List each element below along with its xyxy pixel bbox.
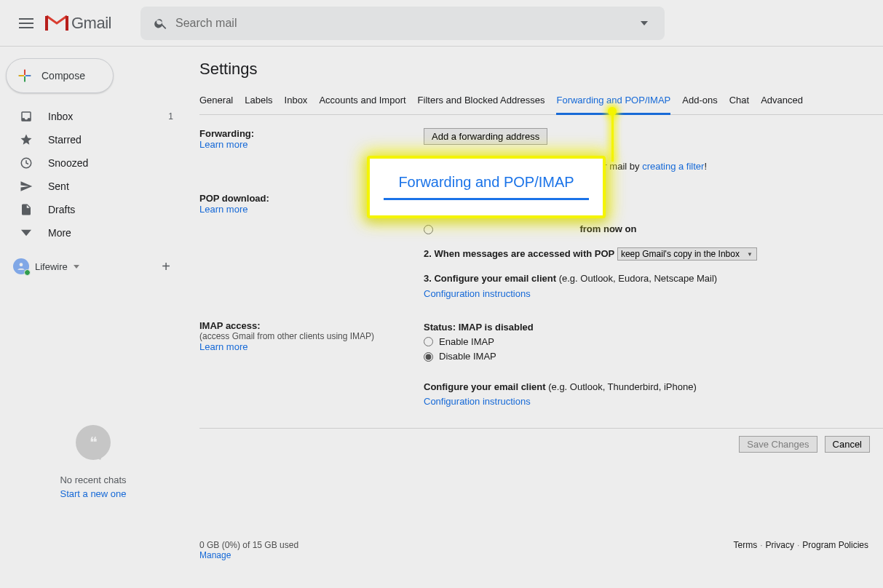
compose-plus-icon	[17, 68, 33, 84]
star-icon	[19, 132, 33, 147]
svg-rect-2	[24, 76, 25, 82]
hangouts-icon: ❝	[76, 425, 111, 460]
tab-inbox[interactable]: Inbox	[285, 90, 308, 114]
sidebar-item-drafts[interactable]: Drafts	[0, 198, 186, 221]
pop-from-now-on-text: from now on	[579, 222, 636, 237]
sidebar-item-label: Inbox	[48, 111, 73, 122]
tab-addons[interactable]: Add-ons	[682, 90, 717, 114]
sidebar-item-label: Snoozed	[48, 157, 88, 169]
sidebar-item-sent[interactable]: Sent	[0, 175, 186, 198]
forwarding-learn-more-link[interactable]: Learn more	[199, 139, 248, 150]
search-icon	[146, 16, 175, 31]
imap-disable-radio[interactable]	[424, 352, 433, 362]
pop-enable-from-now-radio[interactable]	[424, 225, 433, 234]
imap-status-label: Status:	[424, 322, 459, 333]
sidebar-item-label: Starred	[48, 134, 82, 146]
start-chat-link[interactable]: Start a new one	[0, 488, 186, 499]
imap-status-value: IMAP is disabled	[459, 322, 534, 333]
sidebar-item-snoozed[interactable]: Snoozed	[0, 151, 186, 175]
gmail-logo-icon	[45, 15, 68, 32]
file-icon	[19, 202, 33, 217]
imap-configure-label: Configure your email client	[424, 381, 546, 392]
imap-enable-label: Enable IMAP	[439, 335, 494, 349]
tab-chat[interactable]: Chat	[729, 90, 749, 114]
pop-step3-note: (e.g. Outlook, Eudora, Netscape Mail)	[556, 273, 717, 284]
gmail-logo-text: Gmail	[71, 14, 111, 33]
hangouts-account-row[interactable]: Lifewire +	[0, 253, 186, 279]
callout-text: Forwarding and POP/IMAP	[384, 174, 589, 200]
menu-icon	[19, 18, 33, 28]
compose-label: Compose	[41, 70, 85, 82]
sidebar-item-label: More	[48, 227, 71, 239]
imap-disable-label: Disable IMAP	[439, 349, 496, 364]
new-chat-button[interactable]: +	[162, 258, 170, 275]
svg-point-5	[20, 263, 23, 266]
page-title: Settings	[199, 60, 883, 79]
save-changes-button[interactable]: Save Changes	[739, 436, 817, 453]
cancel-button[interactable]: Cancel	[825, 436, 870, 453]
sidebar-item-starred[interactable]: Starred	[0, 128, 186, 151]
send-icon	[19, 179, 33, 194]
sidebar-item-label: Drafts	[48, 204, 75, 215]
svg-rect-0	[24, 70, 25, 75]
svg-rect-1	[25, 75, 31, 76]
hangouts-account-label: Lifewire	[35, 261, 68, 272]
avatar	[13, 258, 29, 274]
terms-link[interactable]: Terms	[734, 540, 758, 550]
search-bar[interactable]	[140, 7, 665, 40]
tab-filters[interactable]: Filters and Blocked Addresses	[418, 90, 545, 114]
inbox-icon	[19, 109, 33, 124]
sidebar-item-label: Sent	[48, 180, 69, 192]
imap-config-instructions-link[interactable]: Configuration instructions	[424, 396, 531, 407]
callout-connector-line	[611, 109, 614, 162]
no-chats-text: No recent chats	[0, 474, 186, 485]
imap-enable-radio[interactable]	[424, 337, 433, 346]
settings-tabs: General Labels Inbox Accounts and Import…	[199, 90, 883, 115]
imap-configure-note: (e.g. Outlook, Thunderbird, iPhone)	[546, 381, 697, 392]
tab-advanced[interactable]: Advanced	[761, 90, 803, 114]
tab-general[interactable]: General	[199, 90, 233, 114]
search-input[interactable]	[175, 17, 630, 30]
hamburger-menu-button[interactable]	[9, 6, 44, 41]
imap-heading: IMAP access:	[199, 320, 424, 331]
presence-dot-icon	[24, 269, 31, 276]
inbox-count: 1	[168, 111, 173, 122]
manage-storage-link[interactable]: Manage	[199, 550, 231, 560]
sidebar-item-inbox[interactable]: Inbox 1	[0, 105, 186, 128]
privacy-link[interactable]: Privacy	[766, 540, 794, 550]
search-options-button[interactable]	[630, 21, 659, 25]
compose-button[interactable]: Compose	[6, 58, 114, 93]
pop-action-select[interactable]: keep Gmail's copy in the Inbox	[617, 247, 757, 261]
svg-rect-3	[19, 75, 24, 76]
imap-learn-more-link[interactable]: Learn more	[199, 341, 248, 352]
storage-text: 0 GB (0%) of 15 GB used	[199, 540, 298, 550]
callout-highlight: Forwarding and POP/IMAP	[367, 156, 606, 218]
tab-accounts[interactable]: Accounts and Import	[319, 90, 405, 114]
sidebar-item-more[interactable]: More	[0, 221, 186, 245]
clock-icon	[19, 156, 33, 170]
pop-step3-label: 3. Configure your email client	[424, 273, 556, 284]
gmail-logo[interactable]: Gmail	[45, 14, 111, 33]
program-policies-link[interactable]: Program Policies	[802, 540, 868, 550]
pop-learn-more-link[interactable]: Learn more	[199, 204, 248, 215]
pop-config-instructions-link[interactable]: Configuration instructions	[424, 288, 531, 299]
forwarding-heading: Forwarding:	[199, 128, 424, 139]
caret-down-icon	[641, 21, 648, 25]
pop-step2-label: 2. When messages are accessed with POP	[424, 248, 614, 259]
imap-subtext: (access Gmail from other clients using I…	[199, 331, 424, 341]
add-forwarding-address-button[interactable]: Add a forwarding address	[424, 128, 547, 145]
creating-filter-link[interactable]: creating a filter	[642, 161, 704, 172]
tab-labels[interactable]: Labels	[245, 90, 272, 114]
chevron-down-icon	[19, 226, 33, 240]
caret-down-icon	[74, 265, 79, 269]
